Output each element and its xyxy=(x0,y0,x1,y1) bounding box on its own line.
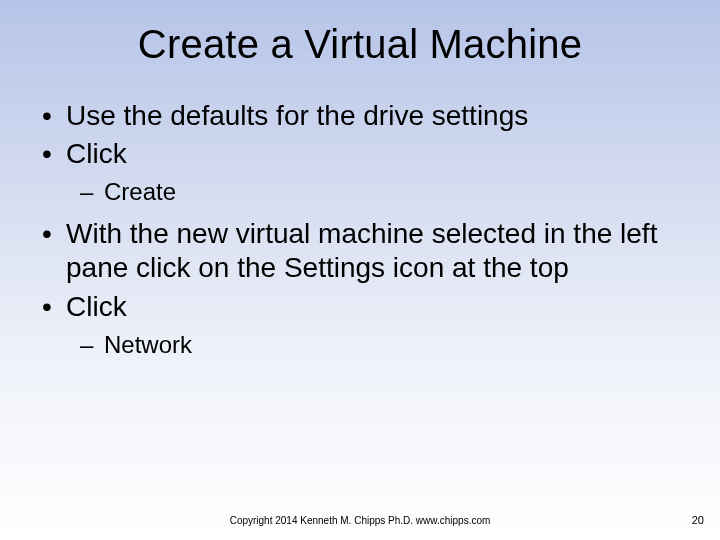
page-number: 20 xyxy=(692,514,704,526)
bullet-item: With the new virtual machine selected in… xyxy=(30,217,690,285)
sub-bullet-list: Create xyxy=(66,177,690,207)
sub-bullet-list: Network xyxy=(66,330,690,360)
sub-bullet-item: Network xyxy=(66,330,690,360)
bullet-item: Click Network xyxy=(30,290,690,360)
copyright-footer: Copyright 2014 Kenneth M. Chipps Ph.D. w… xyxy=(0,515,720,526)
slide-title: Create a Virtual Machine xyxy=(0,0,720,67)
bullet-list: Use the defaults for the drive settings … xyxy=(30,99,690,360)
sub-bullet-item: Create xyxy=(66,177,690,207)
bullet-item: Use the defaults for the drive settings xyxy=(30,99,690,133)
slide-body: Use the defaults for the drive settings … xyxy=(0,67,720,360)
bullet-text: Click xyxy=(66,138,127,169)
bullet-text: Click xyxy=(66,291,127,322)
bullet-item: Click Create xyxy=(30,137,690,207)
